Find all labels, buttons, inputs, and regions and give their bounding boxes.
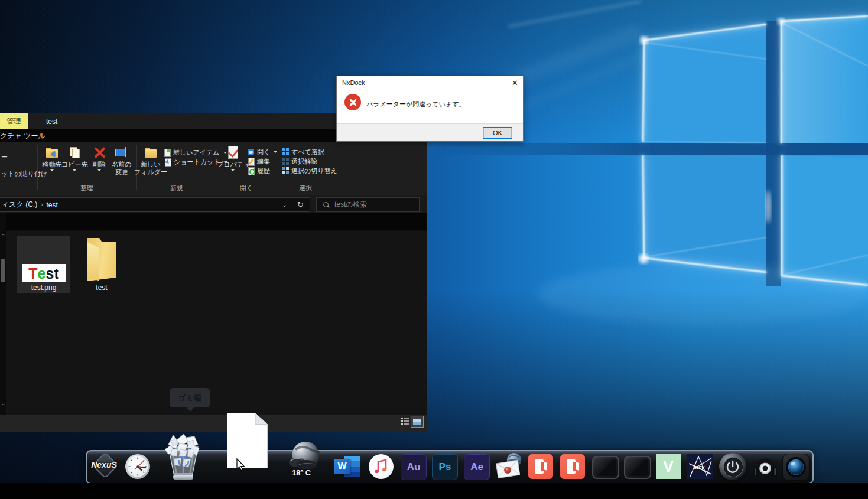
after-effects-icon[interactable]: Ae: [464, 454, 490, 480]
screen-app-icon-1[interactable]: [592, 456, 619, 479]
dialog-message: パラメーターが間違っています。: [366, 100, 466, 109]
word-icon[interactable]: W: [334, 455, 362, 478]
scroll-down-icon[interactable]: ⌄: [0, 401, 6, 406]
ribbon: ー ットの貼り付け 移動先 コピー先 削除 名前の変更: [0, 142, 427, 195]
power-icon[interactable]: [719, 453, 746, 480]
error-dialog: NxDock ✕ パラメーターが間違っています。 OK: [336, 76, 524, 142]
select-all-button[interactable]: すべて選択: [282, 148, 324, 156]
new-item-icon: [164, 149, 171, 156]
deselect-icon: [282, 158, 289, 165]
orange-app-icon-1[interactable]: [528, 454, 553, 479]
search-box[interactable]: testの検索: [316, 197, 420, 212]
folder-test[interactable]: test: [77, 236, 126, 299]
new-folder-icon: [144, 146, 157, 159]
bottom-black-strip: [0, 483, 868, 499]
window-title: test: [46, 113, 57, 129]
edit-icon: [248, 158, 255, 165]
breadcrumb-folder[interactable]: test: [47, 201, 58, 209]
dialog-footer: OK: [337, 123, 523, 141]
dock-tooltip: ゴミ箱: [170, 388, 210, 407]
folder-icon: [87, 236, 116, 281]
ok-button[interactable]: OK: [483, 127, 512, 139]
nexus-label: NexuS: [89, 460, 119, 469]
tab-manage[interactable]: 管理: [0, 113, 28, 129]
orange-app-icon-2[interactable]: [560, 454, 585, 479]
headphones-icon[interactable]: [751, 452, 779, 480]
weather-icon[interactable]: 18º C: [288, 442, 321, 477]
group-select: 選択: [279, 184, 332, 193]
thumbnail-view-icon[interactable]: [411, 416, 424, 428]
scrollbar-thumb[interactable]: [1, 259, 5, 282]
delete-icon: [93, 146, 106, 159]
address-row: ィスク (C:) › test ⌄ ↻ testの検索: [0, 195, 427, 213]
history-icon: [248, 167, 255, 174]
address-bar[interactable]: ィスク (C:) › test ⌄ ↻: [0, 197, 310, 212]
properties-button[interactable]: プロパティ: [217, 146, 249, 171]
dragged-file-icon[interactable]: [227, 413, 278, 480]
group-organize: 整理: [60, 184, 113, 193]
edit-button[interactable]: 編集: [248, 157, 270, 165]
file-name: test.png: [17, 283, 70, 292]
file-test-png[interactable]: Test test.png: [17, 236, 70, 293]
audition-icon[interactable]: Au: [401, 454, 427, 480]
move-arrow-icon: [48, 151, 55, 157]
dialog-title: NxDock: [342, 79, 365, 86]
details-view-icon[interactable]: [401, 418, 409, 426]
mcv-app-icon[interactable]: mcv: [687, 454, 713, 479]
recycle-bin-icon[interactable]: [164, 432, 203, 484]
test-png-thumbnail: Test: [22, 264, 66, 282]
breadcrumb-separator: ›: [41, 201, 43, 208]
picture-tools-label: クチャ ツール: [0, 131, 45, 141]
open-icon: [248, 148, 255, 155]
scroll-up-icon[interactable]: ⌃: [0, 234, 6, 239]
deselect-button[interactable]: 選択解除: [282, 157, 317, 165]
folder-name: test: [77, 283, 126, 292]
rename-button[interactable]: 名前の変更: [108, 146, 135, 176]
screen-app-icon-2[interactable]: [624, 456, 651, 479]
temperature-label: 18º C: [292, 468, 311, 477]
address-dropdown-icon[interactable]: ⌄: [282, 201, 287, 208]
select-all-icon: [282, 148, 289, 155]
breadcrumb-drive[interactable]: ィスク (C:): [2, 200, 37, 210]
left-scrollbar[interactable]: ⌃ ⌄: [0, 213, 6, 415]
dialog-close-icon[interactable]: ✕: [512, 79, 518, 87]
copy-to-label: コピー先: [61, 161, 87, 168]
error-icon: [344, 94, 361, 110]
refresh-icon[interactable]: ↻: [297, 200, 304, 209]
invert-selection-button[interactable]: 選択の切り替え: [282, 167, 337, 175]
properties-icon: [226, 146, 239, 159]
open-button[interactable]: 開く: [248, 148, 277, 156]
shortcut-icon: [164, 158, 171, 165]
clipboard-partial-top: ー: [1, 153, 8, 162]
file-list-area[interactable]: ⌃ ⌄ Test test.png test: [0, 213, 427, 415]
v-app-icon[interactable]: V: [656, 454, 681, 479]
copy-to-button[interactable]: コピー先: [61, 146, 87, 171]
explorer-window: 管理 test クチャ ツール ー ットの貼り付け 移動先 コピー先: [0, 113, 427, 431]
group-new: 新規: [150, 184, 203, 193]
itunes-icon[interactable]: [369, 454, 394, 479]
search-placeholder: testの検索: [334, 200, 368, 210]
group-open: 開く: [220, 184, 273, 193]
invert-selection-icon: [282, 167, 289, 174]
desktop: 管理 test クチャ ツール ー ットの貼り付け 移動先 コピー先: [0, 0, 868, 499]
search-icon: [323, 201, 330, 208]
mail-icon[interactable]: [496, 452, 523, 478]
status-bar: [0, 415, 427, 432]
rename-icon: [115, 146, 128, 159]
camera-icon[interactable]: [782, 454, 810, 481]
new-folder-button[interactable]: 新しいフォルダー: [134, 146, 168, 176]
photoshop-icon[interactable]: Ps: [432, 454, 458, 480]
history-button[interactable]: 履歴: [248, 167, 270, 175]
svg-text:mcv: mcv: [694, 464, 705, 470]
nexus-dock-logo[interactable]: NexuS: [89, 455, 119, 477]
clock-icon[interactable]: [125, 454, 151, 482]
